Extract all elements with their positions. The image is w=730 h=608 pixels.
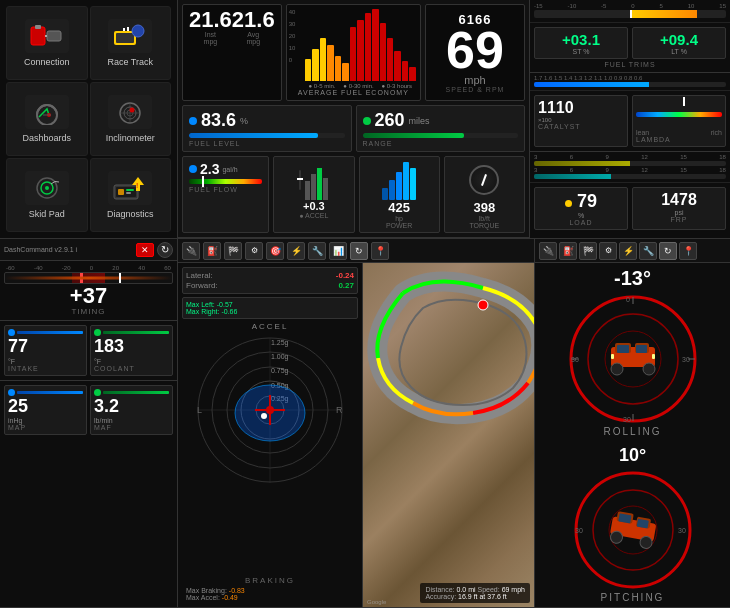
nav-icon-10[interactable]: 📍: [371, 242, 389, 260]
lambda-label: LAMBDA: [636, 136, 722, 143]
svg-text:1.00g: 1.00g: [271, 353, 289, 361]
timing-value: +37: [4, 285, 173, 307]
right-nav-3[interactable]: 🏁: [579, 242, 597, 260]
trim-scale-2: 1.7 1.6 1.5 1.4 1.3 1.2 1.1 1.0 0.9 0.8 …: [530, 73, 730, 91]
inst-mpg-value: 21.6: [189, 9, 232, 31]
map-dot: [8, 389, 15, 396]
menu-item-diagnostics[interactable]: ! Diagnostics: [90, 158, 172, 232]
nav-icon-4[interactable]: ⚙: [245, 242, 263, 260]
lateral-label: Lateral:: [186, 271, 213, 280]
nav-icon-3[interactable]: 🏁: [224, 242, 242, 260]
red-x-button[interactable]: ✕: [136, 243, 154, 257]
right-nav-1[interactable]: 🔌: [539, 242, 557, 260]
bar-4: [327, 45, 333, 81]
range-dot: [363, 117, 371, 125]
right-nav-5[interactable]: ⚡: [619, 242, 637, 260]
svg-text:1.25g: 1.25g: [271, 339, 289, 347]
fuel-level-display: 83.6 % FUEL LEVEL: [182, 105, 352, 152]
svg-text:0.75g: 0.75g: [271, 367, 289, 375]
svg-text:L: L: [197, 405, 202, 415]
maf-dot: [94, 389, 101, 396]
nav-icon-1[interactable]: 🔌: [182, 242, 200, 260]
right-nav-6[interactable]: 🔧: [639, 242, 657, 260]
right-nav-2[interactable]: ⛽: [559, 242, 577, 260]
svg-rect-1: [35, 25, 41, 29]
coolant-dot: [94, 329, 101, 336]
right-nav-7[interactable]: ↻: [659, 242, 677, 260]
intake-dot: [8, 329, 15, 336]
range-label: RANGE: [363, 140, 519, 147]
dashboards-label: Dashboards: [22, 133, 71, 143]
dashboards-icon: [25, 95, 69, 129]
menu-item-connection[interactable]: Connection: [6, 6, 88, 80]
svg-rect-69: [611, 354, 614, 359]
bar-15: [409, 67, 415, 81]
power-value: 425: [363, 200, 436, 215]
track-info: Distance: 0.0 mi Speed: 69 mph Accuracy:…: [420, 583, 530, 603]
race-track-label: Race Track: [107, 57, 153, 67]
forward-value: 0.27: [338, 281, 354, 290]
inclinometer-label: Inclinometer: [106, 133, 155, 143]
menu-item-race-track[interactable]: Race Track: [90, 6, 172, 80]
catalyst-lambda: 1110 ×100 CATALYST leanrich LAMBDA: [530, 91, 730, 152]
accel-value: +0.3: [277, 200, 350, 212]
accel-title: ACCEL: [252, 322, 289, 331]
menu-item-inclinometer[interactable]: Inclinometer: [90, 82, 172, 156]
nav-icon-9[interactable]: ↻: [350, 242, 368, 260]
map-display: 25 inHg MAP: [4, 385, 87, 436]
map-label: MAP: [8, 424, 83, 431]
pitching-label: PITCHING: [601, 592, 665, 603]
bar-14: [402, 61, 408, 81]
nav-icon-8[interactable]: 📊: [329, 242, 347, 260]
fuel-level-unit: %: [240, 116, 248, 126]
svg-text:!: !: [136, 181, 138, 190]
svg-text:30: 30: [623, 416, 631, 423]
load-frp: 79 % LOAD 1478 psi FRP: [530, 183, 730, 234]
coolant-value: 183: [94, 336, 169, 358]
maf-value: 3.2: [94, 396, 169, 418]
timing-label: TIMING: [4, 307, 173, 316]
rolling-degree: -13°: [535, 267, 730, 290]
connection-icon: [25, 19, 69, 53]
refresh-button[interactable]: ↻: [157, 242, 173, 258]
bar-11: [380, 23, 386, 81]
lt-trim-value: +09.4: [636, 31, 722, 48]
svg-point-67: [611, 363, 623, 375]
menu-item-dashboards[interactable]: Dashboards: [6, 82, 88, 156]
svg-text:30: 30: [575, 527, 583, 534]
load-dot: [565, 200, 572, 207]
range-bar-fill: [363, 133, 464, 138]
fuel-trims-display: +03.1 ST % +09.4 LT % FUEL TRIMS: [530, 23, 730, 73]
load-value: 79: [577, 191, 597, 211]
nav-icon-6[interactable]: ⚡: [287, 242, 305, 260]
bar-1: [305, 59, 311, 81]
bar-3: [320, 38, 326, 81]
dashcommand-bar: DashCommand v2.9.1 i ✕ ↻: [0, 239, 177, 261]
nav-icon-7[interactable]: 🔧: [308, 242, 326, 260]
right-nav-8[interactable]: 📍: [679, 242, 697, 260]
nav-icon-5[interactable]: 🎯: [266, 242, 284, 260]
right-nav-bar: 🔌 ⛽ 🏁 ⚙ ⚡ 🔧 ↻ 📍: [535, 239, 730, 263]
torque-unit: lb/ft: [479, 215, 490, 222]
svg-rect-23: [118, 189, 124, 195]
fuel-flow-value: 2.3: [200, 161, 219, 177]
fuel-flow-display: 2.3 gal/h FUEL FLOW: [182, 156, 269, 233]
catalyst-label: CATALYST: [538, 123, 624, 130]
svg-point-17: [130, 108, 135, 113]
timing-section: -60-40-200204060 +37 TIMING: [0, 261, 177, 321]
max-values-display: Max Left: -0.57 Max Right: -0.66: [182, 297, 358, 319]
svg-rect-66: [636, 345, 647, 353]
accel-indicator: [297, 178, 303, 180]
svg-rect-2: [47, 31, 61, 41]
nav-icon-2[interactable]: ⛽: [203, 242, 221, 260]
fuel-dot: [189, 117, 197, 125]
speed-unit-label: mph: [464, 74, 485, 86]
speed-rpm-label: SPEED & RPM: [446, 86, 505, 93]
svg-point-68: [643, 363, 655, 375]
diagnostics-icon: !: [108, 171, 152, 205]
coolant-label: COOLANT: [94, 365, 169, 372]
menu-item-skid-pad[interactable]: Skid Pad: [6, 158, 88, 232]
mpg-display: 21.6 Inst mpg 21.6 Avg mpg: [182, 4, 282, 101]
right-nav-4[interactable]: ⚙: [599, 242, 617, 260]
google-watermark: Google: [367, 599, 386, 605]
